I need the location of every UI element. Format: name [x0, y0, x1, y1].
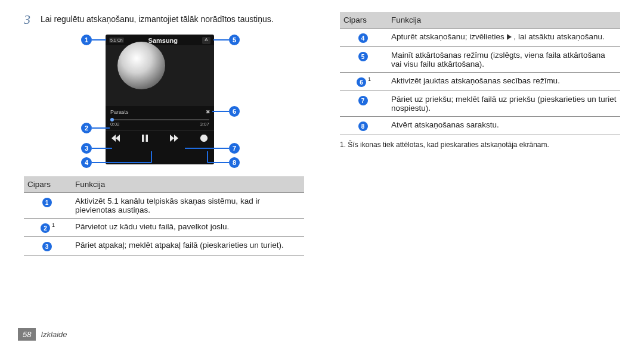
svg-rect-0 — [142, 135, 144, 142]
page-number: 58 — [18, 328, 36, 341]
time-elapsed: 0:02 — [110, 121, 120, 127]
callout-7: 7 — [229, 143, 240, 154]
repeat-mode-button[interactable]: A — [202, 37, 210, 44]
leader-3 — [92, 148, 112, 149]
th-cipars: Cipars — [24, 176, 72, 193]
footnote: 1. Šīs ikonas tiek attēlotas, kad pieska… — [340, 140, 620, 149]
track-title: Samsung — [148, 37, 178, 44]
table-row: 3 — [24, 237, 72, 255]
leader-6 — [212, 111, 229, 112]
surround-51-button[interactable]: 5.1 Ch — [109, 38, 124, 43]
row-text: Pāriet atpakaļ; meklēt atpakaļ failā (pi… — [72, 237, 304, 255]
svg-rect-5 — [202, 139, 206, 140]
row-num: 3 — [42, 242, 52, 251]
svg-rect-1 — [146, 135, 148, 142]
phone-mock: 5.1 Ch Samsung A Parasts ✖ 0:02 3:07 — [106, 35, 214, 164]
play-icon — [507, 34, 512, 40]
table-row: 7 — [340, 91, 388, 117]
album-art — [106, 45, 214, 105]
leader-1 — [92, 39, 106, 40]
progress-area: 0:02 3:07 — [106, 118, 214, 130]
time-total: 3:07 — [200, 121, 209, 127]
playlist-icon[interactable] — [200, 135, 208, 144]
step-text: Lai regulētu atskaņošanu, izmantojiet tā… — [41, 12, 274, 24]
section-name: Izklaide — [41, 330, 67, 339]
row-num: 2 — [41, 223, 50, 233]
progress-bar[interactable] — [110, 119, 209, 120]
row-text: Mainīt atkārtošanas režīmu (izslēgts, vi… — [388, 47, 620, 73]
svg-rect-3 — [202, 137, 206, 138]
pause-icon[interactable] — [141, 135, 148, 144]
leader-2 — [92, 127, 110, 129]
shuffle-icon[interactable]: ✖ — [206, 109, 209, 115]
row-num: 7 — [358, 96, 368, 105]
table-row: 4 — [340, 29, 388, 47]
row-num: 4 — [358, 33, 368, 43]
row-text: Apturēt atskaņošanu; izvēlieties , lai a… — [388, 29, 620, 47]
eq-mode-label: Parasts — [110, 109, 129, 115]
leader-8v — [207, 151, 208, 163]
left-function-table: Cipars Funkcija 1 Aktivizēt 5.1 kanālu t… — [24, 176, 304, 255]
row-num: 5 — [358, 52, 368, 61]
right-function-table: Cipars Funkcija 4 Apturēt atskaņošanu; i… — [340, 12, 620, 135]
row-text: Pāriet uz priekšu; meklēt failā uz priek… — [388, 91, 620, 117]
callout-8: 8 — [229, 157, 240, 168]
table-row: 8 — [340, 117, 388, 135]
row-text: Pārvietot uz kādu vietu failā, pavelkot … — [72, 219, 304, 237]
table-row: 1 — [24, 193, 72, 219]
row-text: Atvērt atskaņošanas sarakstu. — [388, 117, 620, 135]
row-text: Aktivizēt jauktas atskaņošanas secības r… — [388, 73, 620, 91]
row-num: 6 — [357, 77, 366, 87]
prev-icon[interactable] — [112, 135, 120, 144]
svg-rect-4 — [202, 138, 206, 139]
leader-4 — [92, 162, 151, 163]
table-row: 61 — [340, 73, 388, 91]
leader-8 — [208, 162, 229, 163]
callout-1: 1 — [81, 35, 92, 45]
th-cipars: Cipars — [340, 12, 388, 29]
row-num: 8 — [358, 121, 368, 131]
step-number: 3 — [24, 12, 36, 27]
next-icon[interactable] — [170, 135, 178, 144]
table-row: 5 — [340, 47, 388, 73]
row-text: Aktivizēt 5.1 kanālu telpiskās skaņas si… — [72, 193, 304, 219]
leader-4v — [151, 151, 152, 163]
callout-4: 4 — [81, 157, 92, 168]
row-num: 1 — [42, 198, 52, 207]
leader-7 — [185, 148, 229, 149]
callout-2: 2 — [81, 123, 92, 133]
callout-6: 6 — [229, 106, 240, 117]
table-row: 21 — [24, 219, 72, 237]
leader-5 — [213, 39, 229, 40]
callout-5: 5 — [229, 35, 240, 45]
th-funkcija: Funkcija — [72, 176, 304, 193]
player-illustration: 5.1 Ch Samsung A Parasts ✖ 0:02 3:07 — [60, 32, 244, 169]
callout-3: 3 — [81, 143, 92, 154]
th-funkcija: Funkcija — [388, 12, 620, 29]
